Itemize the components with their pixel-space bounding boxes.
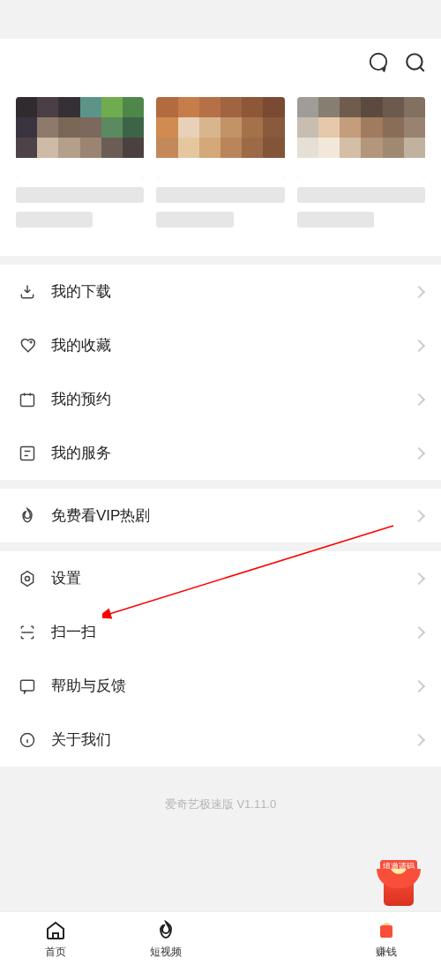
menu-label: 我的预约 [51,389,400,409]
menu-label: 我的服务 [51,443,400,463]
menu-group-2: 免费看VIP热剧 [0,489,441,542]
chevron-right-icon [413,509,425,521]
header [0,39,441,86]
menu-group-3: 设置 扫一扫 帮助与反馈 关于我们 [0,551,441,767]
chevron-right-icon [413,393,425,405]
red-packet-icon [384,874,414,906]
flame-icon [154,919,177,942]
nav-short-video[interactable]: 短视频 [110,919,220,960]
thumb-title [297,187,425,203]
info-icon [18,730,37,750]
heart-icon [18,336,37,355]
video-thumb[interactable] [297,97,425,238]
calendar-icon [18,390,37,409]
nav-earn[interactable]: 赚钱 [331,919,441,960]
svg-rect-10 [380,925,392,938]
menu-my-favorites[interactable]: 我的收藏 [0,318,441,372]
bottom-nav: 首页 短视频 . 赚钱 [0,911,441,980]
messages-icon[interactable] [365,49,392,76]
menu-help[interactable]: 帮助与反馈 [0,659,441,713]
chevron-right-icon [413,625,425,638]
menu-my-downloads[interactable]: 我的下载 [0,265,441,318]
chevron-right-icon [413,285,425,297]
menu-group-1: 我的下载 我的收藏 我的预约 我的服务 [0,265,441,480]
menu-my-reservations[interactable]: 我的预约 [0,372,441,426]
thumb-subtitle [156,212,233,228]
scan-icon [18,623,37,642]
thumb-title [16,187,144,203]
menu-label: 我的收藏 [51,335,400,355]
nav-label: 短视频 [150,945,182,960]
menu-free-vip[interactable]: 免费看VIP热剧 [0,489,441,542]
earn-money-badge[interactable]: 填邀请码 [376,860,422,906]
menu-my-services[interactable]: 我的服务 [0,426,441,480]
video-thumb[interactable] [156,97,284,238]
svg-rect-2 [21,394,34,406]
money-icon [375,919,398,942]
menu-label: 免费看VIP热剧 [51,505,400,526]
nav-home[interactable]: 首页 [0,919,110,960]
video-thumb[interactable] [16,97,144,238]
home-icon [44,919,67,942]
gear-icon [18,569,37,588]
thumb-title [156,187,284,203]
version-text: 爱奇艺极速版 V1.11.0 [0,767,441,865]
svg-rect-3 [21,446,34,460]
download-icon [18,282,37,302]
flame-icon [18,506,37,526]
menu-scan[interactable]: 扫一扫 [0,605,441,659]
menu-label: 扫一扫 [51,622,400,642]
svg-marker-4 [21,571,33,586]
menu-label: 设置 [51,568,400,588]
nav-label: 首页 [45,945,66,960]
section-header-cut [0,86,441,97]
thumb-subtitle [297,212,374,228]
feedback-icon [18,677,37,696]
chevron-right-icon [413,572,425,584]
menu-label: 关于我们 [51,729,400,750]
svg-rect-6 [21,680,34,691]
menu-settings[interactable]: 设置 [0,551,441,605]
chevron-right-icon [413,446,425,459]
recent-thumbnails [0,97,441,256]
thumb-subtitle [16,212,93,228]
svg-point-1 [407,54,422,69]
menu-label: 帮助与反馈 [51,676,400,696]
search-icon[interactable] [402,49,429,76]
chevron-right-icon [413,733,425,745]
svg-point-5 [26,576,30,580]
menu-label: 我的下载 [51,281,400,302]
menu-about[interactable]: 关于我们 [0,713,441,767]
list-icon [18,444,37,463]
status-bar [0,0,441,39]
chevron-right-icon [413,679,425,692]
chevron-right-icon [413,339,425,351]
nav-label: 赚钱 [376,945,397,960]
